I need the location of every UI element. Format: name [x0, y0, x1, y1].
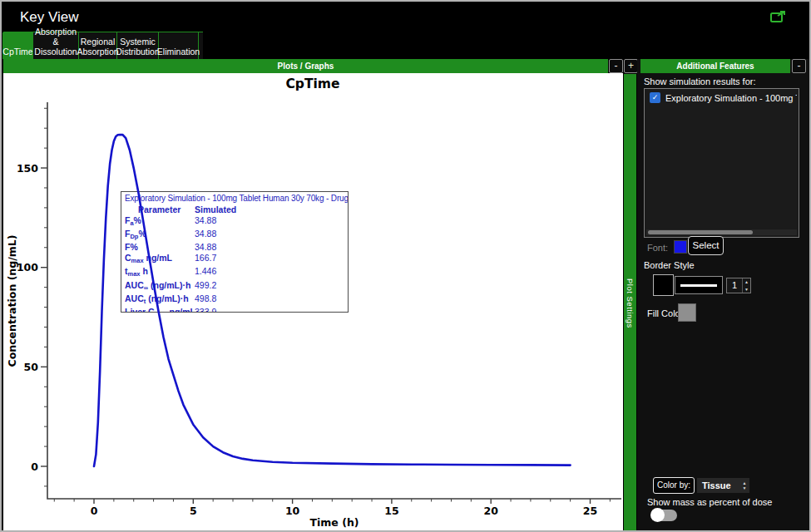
line-style-dropdown[interactable]: [675, 276, 723, 294]
svg-text:Concentration (ng/mL): Concentration (ng/mL): [6, 235, 18, 367]
simulation-label: Exploratory Simulation - 100mg Tablet Hu…: [665, 93, 797, 103]
plot-settings-tab-label: Plot Settings: [626, 278, 635, 328]
border-style-label: Border Style: [644, 260, 695, 270]
simulation-items: ✓Exploratory Simulation - 100mg Tablet H…: [645, 89, 799, 103]
svg-text:CpTime: CpTime: [285, 76, 339, 91]
tab-elimination-label: Elimination: [157, 47, 200, 57]
svg-text:50: 50: [24, 361, 39, 373]
plot-panel: Exploratory Simulation - 100mg Tablet Hu…: [3, 73, 623, 532]
svg-text:15: 15: [384, 505, 398, 517]
svg-text:10: 10: [285, 505, 300, 517]
spinner-arrows: ▲ ▼: [742, 278, 750, 293]
tab-elimination[interactable]: Elimination: [158, 32, 199, 59]
plot-settings-strip[interactable]: Plot Settings: [624, 74, 636, 532]
show-mass-toggle[interactable]: [651, 510, 677, 521]
color-by-value: Tissue: [697, 480, 739, 490]
tab-bar: CpTime Absorption & Dissolution Regional…: [3, 32, 203, 59]
plots-collapse-button[interactable]: -: [609, 59, 623, 73]
additional-features-title: Additional Features: [676, 62, 754, 71]
application-window: Key View CpTime Absorption & Dissolution…: [0, 0, 811, 532]
plot-settings-expand-button[interactable]: +: [624, 59, 638, 73]
simulation-item[interactable]: ✓Exploratory Simulation - 100mg Tablet H…: [645, 89, 799, 103]
svg-text:Time (h): Time (h): [310, 516, 359, 529]
list-scrollbar[interactable]: [646, 229, 797, 235]
spinner-down-icon[interactable]: ▼: [743, 286, 750, 293]
font-label: Font:: [647, 243, 668, 253]
tab-systemic-label: Systemic Distribution: [116, 37, 160, 57]
line-style-sample: [680, 284, 717, 287]
font-color-swatch[interactable]: [674, 240, 687, 254]
svg-text:25: 25: [583, 505, 597, 517]
svg-text:100: 100: [17, 261, 38, 273]
export-icon[interactable]: [770, 11, 786, 23]
border-color-swatch[interactable]: [653, 274, 674, 296]
svg-text:150: 150: [17, 162, 38, 175]
chart-canvas[interactable]: 0501001500510152025CpTimeTime (h)Concent…: [3, 73, 623, 532]
show-mass-label: Show mass as percent of dose: [647, 497, 772, 507]
spinner-up-icon[interactable]: ▲: [743, 278, 750, 286]
cp-time-chart: 0501001500510152025CpTimeTime (h)Concent…: [3, 73, 623, 532]
tab-cptime[interactable]: CpTime: [2, 32, 33, 59]
tab-absorption-dissolution[interactable]: Absorption & Dissolution: [32, 32, 79, 59]
additional-features-header: Additional Features: [640, 59, 790, 73]
svg-text:20: 20: [483, 505, 498, 517]
color-by-dropdown[interactable]: Tissue ▲▼: [697, 478, 749, 493]
color-by-button[interactable]: Color by:: [653, 477, 695, 494]
cp-curve: [94, 135, 571, 466]
tab-absorption-label: Absorption & Dissolution: [33, 27, 78, 57]
simulation-checkbox[interactable]: ✓: [650, 92, 660, 103]
line-width-spinner[interactable]: 1 ▲ ▼: [726, 278, 751, 293]
show-results-label: Show simulation results for:: [644, 76, 756, 86]
additional-features-collapse-button[interactable]: -: [792, 59, 806, 73]
scrollbar-thumb[interactable]: [648, 230, 753, 234]
svg-text:5: 5: [190, 505, 197, 517]
svg-text:0: 0: [31, 461, 38, 473]
toggle-knob[interactable]: [650, 508, 665, 522]
sidebar: Additional Features - Show simulation re…: [637, 59, 811, 532]
tab-cptime-label: CpTime: [2, 47, 32, 57]
fill-color-swatch[interactable]: [678, 303, 696, 322]
tab-systemic-distribution[interactable]: Systemic Distribution: [116, 32, 159, 59]
plots-graphs-header: Plots / Graphs: [3, 59, 608, 73]
svg-text:0: 0: [91, 505, 98, 517]
font-select-button[interactable]: Select: [688, 236, 724, 255]
dropdown-arrows-icon: ▲▼: [739, 480, 749, 490]
simulation-list[interactable]: ✓Exploratory Simulation - 100mg Tablet H…: [644, 88, 799, 238]
title-bar: Key View: [3, 3, 809, 32]
plots-graphs-title: Plots / Graphs: [278, 62, 334, 71]
tab-regional-absorption[interactable]: Regional Absorption: [78, 32, 117, 59]
line-width-value: 1: [727, 278, 742, 293]
tab-regional-label: Regional Absorption: [77, 37, 118, 57]
